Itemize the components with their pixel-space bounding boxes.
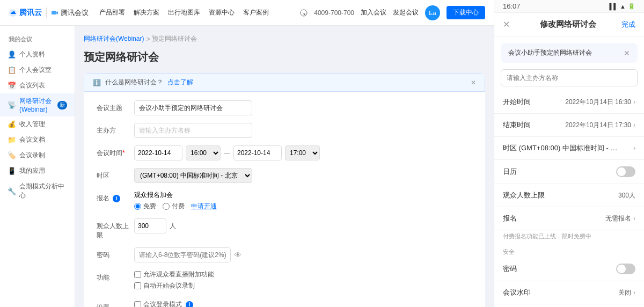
- chevron-right-icon-3: ›: [633, 144, 635, 152]
- sidebar-webinar-label: 网络研讨会(Webinar): [19, 97, 53, 113]
- sidebar-item-income[interactable]: 💰 收入管理: [0, 116, 75, 132]
- password-input[interactable]: [134, 247, 231, 262]
- audience-number-input[interactable]: [134, 218, 166, 233]
- list-icon: 📅: [8, 82, 16, 90]
- avatar: Ea: [425, 5, 440, 20]
- right-row-watermark[interactable]: 会议水印 关闭 ›: [494, 281, 644, 304]
- right-row-timezone[interactable]: 时区 (GMT+08:00) 中国标准时间 - … ›: [494, 137, 644, 160]
- watermark-row-label: 会议水印: [503, 288, 618, 297]
- breadcrumb-parent[interactable]: 网络研讨会(Webinar): [84, 34, 144, 43]
- phone-icon: [300, 9, 308, 17]
- registration-info-icon[interactable]: i: [113, 195, 120, 202]
- features-control: 允许观众看直播附加功能 自动开始会议录制: [134, 270, 472, 293]
- right-panel-title: 修改网络研讨会: [514, 19, 621, 30]
- password-toggle[interactable]: [616, 264, 635, 274]
- reg-paid-radio[interactable]: [163, 203, 170, 210]
- right-panel-header: ✕ 修改网络研讨会 完成: [494, 13, 644, 36]
- feat1-input[interactable]: [134, 271, 141, 278]
- calendar-toggle[interactable]: [616, 166, 635, 177]
- sidebar-item-list[interactable]: 📅 会议列表: [0, 78, 75, 93]
- battery-icon: 🔋: [628, 3, 635, 10]
- right-done-btn[interactable]: 完成: [621, 20, 635, 30]
- docs-icon: 📁: [8, 136, 16, 144]
- registration-hint-text: 观众报名加会: [134, 191, 173, 200]
- password-eye-icon[interactable]: 👁: [234, 251, 241, 259]
- info-link[interactable]: 点击了解: [167, 78, 193, 87]
- reg-apply-link[interactable]: 申请开通: [191, 202, 217, 211]
- right-row-end-time[interactable]: 结束时间 2022年10月14日 17:30 ›: [494, 114, 644, 137]
- svg-point-2: [301, 10, 307, 16]
- registration-control: 观众报名加会 免费 付费: [134, 191, 472, 211]
- nav-link-product[interactable]: 产品部署: [99, 8, 125, 17]
- sidebar-item-room[interactable]: 📋 个人会议室: [0, 62, 75, 78]
- right-section-times: 开始时间 2022年10月14日 16:30 › 结束时间 2022年10月14…: [494, 91, 644, 245]
- join-meeting-btn[interactable]: 加入会议: [361, 8, 386, 17]
- watermark-row-value: 关闭 ›: [618, 288, 635, 297]
- registration-row-label: 报名: [503, 214, 605, 223]
- assistant-text: 会议小助手预定的网络研讨会: [508, 48, 592, 57]
- form-row-password: 密码 👁: [97, 247, 472, 262]
- reg-paid-option[interactable]: 付费: [163, 202, 185, 211]
- registration-radio-group: 免费 付费 申请开通: [134, 202, 472, 211]
- nav-link-solution[interactable]: 解决方案: [134, 8, 159, 17]
- timezone-label: 时区: [97, 168, 134, 180]
- set1-item[interactable]: 会议登录模式 i: [134, 300, 472, 307]
- assistant-close-btn[interactable]: ✕: [624, 49, 630, 57]
- nav-link-map[interactable]: 出行地图库: [168, 8, 200, 17]
- form-row-host: 主办方: [97, 123, 472, 138]
- sidebar-item-apps[interactable]: 📱 我的应用: [0, 163, 75, 179]
- sidebar-room-label: 个人会议室: [19, 65, 52, 75]
- download-btn[interactable]: 下载中心: [447, 6, 485, 19]
- chevron-right-icon-4: ›: [633, 215, 635, 222]
- end-hour-select[interactable]: 17:00: [285, 145, 320, 160]
- toggle-thumb: [617, 167, 626, 176]
- sidebar: 我的会议 👤 个人资料 📋 个人会议室 📅 会议列表 📡 网络研讨会(Webin…: [0, 26, 75, 307]
- content-area: 我的会议 👤 个人资料 📋 个人会议室 📅 会议列表 📡 网络研讨会(Webin…: [0, 26, 494, 307]
- new-badge: 新: [57, 101, 67, 109]
- right-row-password: 密码: [494, 257, 644, 281]
- avatar-initial: Ea: [429, 10, 436, 16]
- right-row-registration[interactable]: 报名 无需报名 ›: [494, 207, 644, 230]
- feat2-input[interactable]: [134, 282, 141, 289]
- set1-info-icon[interactable]: i: [186, 301, 193, 308]
- breadcrumb-current: 预定网络研讨会: [152, 34, 197, 43]
- right-row-start-time[interactable]: 开始时间 2022年10月14日 16:30 ›: [494, 91, 644, 114]
- paid-sub-text: 付费报名功能已上线，限时免费中: [494, 230, 644, 245]
- feat1-checkbox[interactable]: 允许观众看直播附加功能: [134, 270, 472, 279]
- schedule-meeting-btn[interactable]: 发起会议: [393, 8, 419, 17]
- right-close-btn[interactable]: ✕: [503, 19, 510, 30]
- feat1-label: 允许观众看直播附加功能: [143, 270, 214, 279]
- nav-right: 4009-700-700 加入会议 发起会议 Ea 下载中心: [300, 5, 485, 20]
- right-host-input[interactable]: [501, 69, 638, 86]
- nav-link-resources[interactable]: 资源中心: [209, 8, 235, 17]
- info-close-btn[interactable]: ✕: [471, 79, 476, 86]
- sidebar-list-label: 会议列表: [19, 81, 45, 90]
- sidebar-docs-label: 会议文档: [19, 135, 45, 144]
- settings-control: 会议登录模式 i 嘉宾可在主持人之前入会 会中开启屏功功能: [134, 300, 472, 307]
- start-hour-select[interactable]: 16:00: [186, 145, 221, 160]
- reg-free-radio[interactable]: [134, 203, 141, 210]
- sidebar-item-recording[interactable]: 🏷️ 会议录制: [0, 148, 75, 163]
- end-date-input[interactable]: [233, 145, 282, 160]
- chevron-right-icon-2: ›: [633, 121, 635, 129]
- reg-free-option[interactable]: 免费: [134, 202, 156, 211]
- date-row: 16:00 — 17:00: [134, 145, 472, 160]
- sidebar-item-analytics[interactable]: 🔧 会期模式分析中心: [0, 179, 75, 203]
- sidebar-analytics-label: 会期模式分析中心: [19, 182, 67, 200]
- sidebar-item-webinar[interactable]: 📡 网络研讨会(Webinar) 新: [0, 93, 75, 116]
- sidebar-section-title: 我的会议: [0, 32, 75, 47]
- sidebar-item-docs[interactable]: 📁 会议文档: [0, 132, 75, 148]
- topic-input[interactable]: [134, 100, 252, 115]
- start-date-input[interactable]: [134, 145, 182, 160]
- sidebar-item-profile[interactable]: 👤 个人资料: [0, 47, 75, 62]
- nav-link-cases[interactable]: 客户案例: [243, 8, 269, 17]
- date-separator: —: [224, 149, 230, 157]
- host-input[interactable]: [134, 123, 252, 138]
- timezone-select[interactable]: (GMT+08:00) 中国标准时间 - 北京: [134, 168, 252, 183]
- start-time-value: 2022年10月14日 16:30 ›: [565, 98, 635, 107]
- feat2-checkbox[interactable]: 自动开始会议录制: [134, 281, 472, 290]
- logo-area: 腾讯云 腾讯会议: [9, 8, 89, 18]
- timezone-row-label: 时区 (GMT+08:00) 中国标准时间 - …: [503, 143, 633, 153]
- set1-checkbox[interactable]: [134, 301, 141, 307]
- system-icons: ▌▌ ▲ 🔋: [610, 3, 635, 10]
